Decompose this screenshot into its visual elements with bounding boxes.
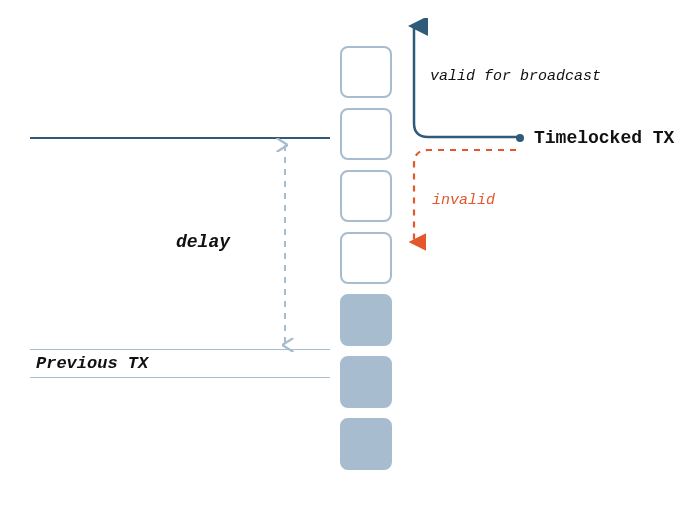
delay-label: delay <box>176 232 230 252</box>
block-future-1 <box>340 232 392 284</box>
block-future-4 <box>340 46 392 98</box>
invalid-label: invalid <box>432 192 495 209</box>
delay-arrow <box>275 137 295 353</box>
block-confirmed-1 <box>340 418 392 470</box>
valid-label: valid for broadcast <box>430 68 601 85</box>
previous-tx-bottom-line <box>30 377 330 378</box>
block-future-2 <box>340 170 392 222</box>
block-confirmed-3 <box>340 294 392 346</box>
timelocked-tx-label: Timelocked TX <box>534 128 674 148</box>
previous-tx-label: Previous TX <box>36 354 148 373</box>
timelocked-node-icon <box>516 134 524 142</box>
block-future-3 <box>340 108 392 160</box>
block-confirmed-2 <box>340 356 392 408</box>
